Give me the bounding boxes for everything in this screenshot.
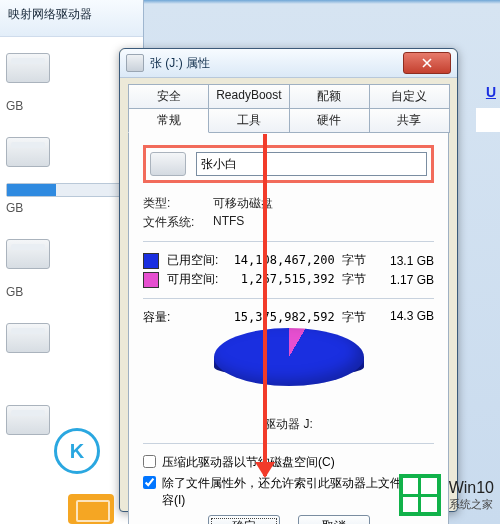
free-label: 可用空间: xyxy=(167,271,229,288)
divider xyxy=(143,241,434,242)
tab-tools[interactable]: 工具 xyxy=(208,109,289,133)
used-label: 已用空间: xyxy=(167,252,229,269)
capacity-size: 14.3 GB xyxy=(376,309,434,326)
disk-icon xyxy=(150,152,186,176)
watermark-title: Win10 xyxy=(449,479,494,497)
explorer-toolbar-label[interactable]: 映射网络驱动器 xyxy=(0,0,143,37)
partial-button[interactable] xyxy=(476,108,500,132)
watermark: Win10 系统之家 xyxy=(399,474,494,516)
hdd-icon xyxy=(6,137,50,167)
close-button[interactable] xyxy=(403,52,451,74)
used-bytes: 14,108,467,200 字节 xyxy=(229,252,376,269)
tab-general[interactable]: 常规 xyxy=(128,109,209,133)
free-size: 1.17 GB xyxy=(376,273,434,287)
index-label: 除了文件属性外，还允许索引此驱动器上文件的内容(I) xyxy=(162,475,434,509)
windows-logo-icon xyxy=(399,474,441,516)
type-label: 类型: xyxy=(143,195,213,212)
tab-readyboost[interactable]: ReadyBoost xyxy=(208,84,289,109)
drive-size-label: GB xyxy=(6,285,23,299)
hdd-icon xyxy=(6,239,50,269)
hdd-icon xyxy=(6,53,50,83)
drive-size-label: GB xyxy=(6,99,23,113)
properties-dialog: 张 (J:) 属性 安全 ReadyBoost 配额 自定义 常规 工具 硬件 … xyxy=(119,48,458,512)
index-checkbox[interactable] xyxy=(143,476,156,489)
compress-checkbox-row[interactable]: 压缩此驱动器以节约磁盘空间(C) xyxy=(143,454,434,471)
cancel-button[interactable]: 取消 xyxy=(298,515,370,524)
watermark-subtitle: 系统之家 xyxy=(449,497,494,512)
compress-checkbox[interactable] xyxy=(143,455,156,468)
hdd-icon xyxy=(6,405,50,435)
free-color-swatch xyxy=(143,272,159,288)
divider xyxy=(143,298,434,299)
drive-usage-bar xyxy=(6,183,137,197)
close-icon xyxy=(422,58,432,68)
divider xyxy=(143,443,434,444)
tab-customize[interactable]: 自定义 xyxy=(369,84,450,109)
annotation-arrow xyxy=(263,134,267,476)
usage-pie-chart xyxy=(214,328,364,402)
ok-button[interactable]: 确定 xyxy=(208,515,280,524)
folder-icon[interactable] xyxy=(68,494,114,524)
fs-value: NTFS xyxy=(213,214,244,231)
tab-hardware[interactable]: 硬件 xyxy=(289,109,370,133)
used-color-swatch xyxy=(143,253,159,269)
right-link[interactable]: U xyxy=(486,84,496,100)
capacity-label: 容量: xyxy=(143,309,227,326)
k-badge-icon[interactable]: K xyxy=(54,428,100,474)
volume-name-row xyxy=(143,145,434,183)
general-panel: 类型:可移动磁盘 文件系统:NTFS 已用空间: 14,108,467,200 … xyxy=(128,133,449,524)
used-size: 13.1 GB xyxy=(376,254,434,268)
tab-quota[interactable]: 配额 xyxy=(289,84,370,109)
tabs: 安全 ReadyBoost 配额 自定义 常规 工具 硬件 共享 xyxy=(128,84,449,133)
drive-letter-label: 驱动器 J: xyxy=(143,416,434,433)
tab-security[interactable]: 安全 xyxy=(128,84,209,109)
drive-icon xyxy=(126,54,144,72)
drive-size-label: GB xyxy=(6,201,23,215)
index-checkbox-row[interactable]: 除了文件属性外，还允许索引此驱动器上文件的内容(I) xyxy=(143,475,434,509)
tab-sharing[interactable]: 共享 xyxy=(369,109,450,133)
volume-name-input[interactable] xyxy=(196,152,427,176)
hdd-icon xyxy=(6,323,50,353)
fs-label: 文件系统: xyxy=(143,214,213,231)
compress-label: 压缩此驱动器以节约磁盘空间(C) xyxy=(162,454,335,471)
dialog-title: 张 (J:) 属性 xyxy=(150,55,210,72)
free-bytes: 1,267,515,392 字节 xyxy=(229,271,376,288)
titlebar[interactable]: 张 (J:) 属性 xyxy=(120,49,457,78)
capacity-bytes: 15,375,982,592 字节 xyxy=(227,309,376,326)
